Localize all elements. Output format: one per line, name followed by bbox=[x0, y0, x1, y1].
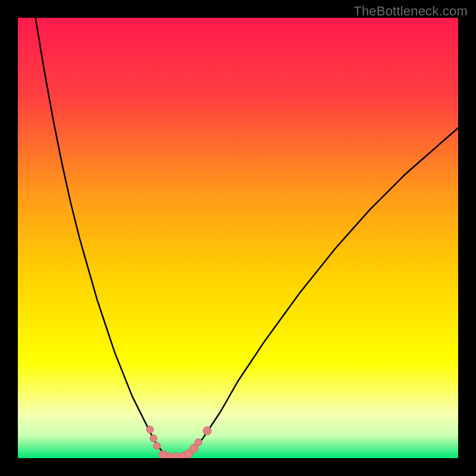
data-dots bbox=[146, 426, 211, 458]
watermark-text: TheBottleneck.com bbox=[353, 4, 468, 19]
data-dot bbox=[150, 435, 157, 442]
curve-right bbox=[185, 128, 458, 458]
data-dot bbox=[195, 439, 202, 446]
data-dot bbox=[146, 426, 154, 433]
chart-frame: TheBottleneck.com bbox=[0, 0, 476, 476]
curve-left bbox=[36, 18, 168, 458]
data-dot bbox=[203, 427, 211, 435]
data-dot bbox=[154, 442, 161, 449]
plot-area bbox=[18, 18, 458, 458]
curves-layer bbox=[18, 18, 458, 458]
